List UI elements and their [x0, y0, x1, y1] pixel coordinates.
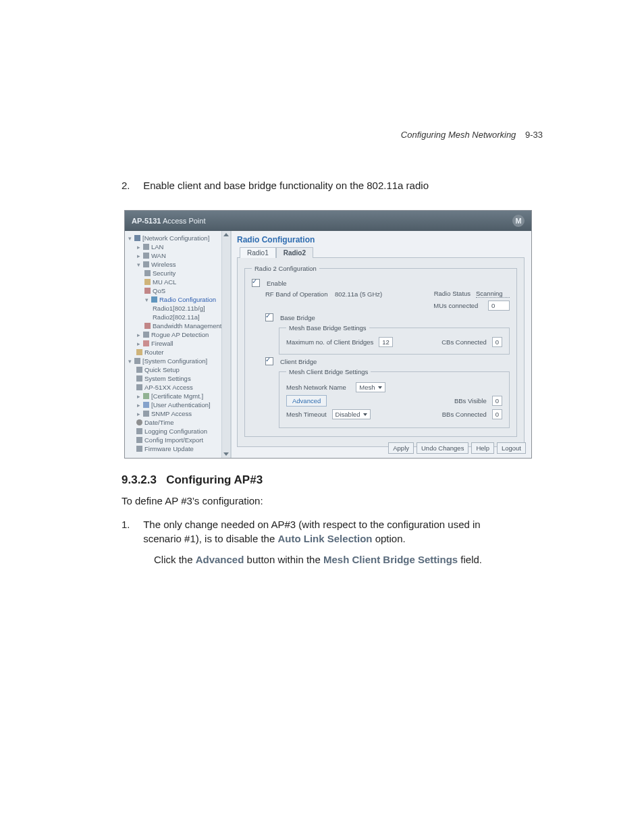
snmp-icon [143, 411, 149, 417]
main-panel-title: Radio Configuration [237, 235, 525, 244]
page-header: Configuring Mesh Networking 9-33 [401, 130, 543, 140]
tab-radio2[interactable]: Radio2 [276, 247, 313, 258]
mesh-timeout-dropdown[interactable]: Disabled [332, 409, 371, 419]
fwup-icon [136, 446, 142, 452]
step-2-number: 2. [122, 178, 140, 192]
tree-firewall[interactable]: ▸Firewall [128, 339, 230, 348]
ap-product-name: AP-5131 Access Point [132, 217, 205, 225]
sysset-icon [136, 375, 142, 382]
ap51xx-icon [136, 384, 142, 390]
tree-logging-configuration[interactable]: Logging Configuration [128, 427, 230, 436]
mesh-network-name-value: Mesh [359, 384, 375, 391]
tree-snmp-access[interactable]: ▸SNMP Access [128, 409, 230, 418]
tree-network-configuration[interactable]: ▾[Network Configuration] [128, 234, 230, 242]
section-step-1-number: 1. [122, 517, 140, 531]
radio-icon [151, 296, 157, 303]
base-bridge-checkbox[interactable] [265, 313, 273, 321]
max-client-bridges-label: Maximum no. of Client Bridges [286, 338, 373, 346]
tree-user-authentication[interactable]: ▸[User Authentication] [128, 400, 230, 409]
tree-firmware-update[interactable]: Firmware Update [128, 444, 230, 453]
tree-mu-acl[interactable]: MU ACL [128, 278, 230, 286]
advanced-button[interactable]: Advanced [286, 395, 327, 407]
step-2-text: Enable client and base bridge functional… [143, 178, 521, 192]
header-page-number: 9-33 [525, 130, 543, 140]
mesh-timeout-value: Disabled [336, 411, 360, 418]
muacl-icon [144, 279, 151, 285]
enable-checkbox[interactable] [252, 279, 260, 287]
undo-changes-button[interactable]: Undo Changes [417, 442, 468, 454]
tree-quick-setup[interactable]: Quick Setup [128, 365, 230, 374]
ap-product-suffix: Access Point [163, 217, 206, 225]
rf-band-label: RF Band of Operation [265, 290, 327, 298]
section-title: Configuring AP#3 [166, 473, 263, 486]
base-bridge-label: Base Bridge [280, 314, 315, 321]
clock-icon [136, 419, 142, 425]
tree-system-settings[interactable]: System Settings [128, 374, 230, 383]
cbs-connected-label: CBs Connected [441, 338, 487, 346]
firewall-icon [143, 340, 149, 346]
chevron-down-icon [378, 386, 382, 389]
log-icon [136, 428, 142, 434]
tree-scrollbar[interactable] [221, 231, 230, 458]
tree-radio2[interactable]: Radio2[802.11a] [128, 313, 230, 321]
motorola-logo-icon: M [512, 215, 525, 227]
qos-icon [144, 288, 151, 294]
advanced-term: Advanced [196, 554, 244, 565]
mesh-network-name-dropdown[interactable]: Mesh [356, 382, 385, 392]
tree-system-configuration[interactable]: ▾[System Configuration] [128, 357, 230, 365]
step-2: 2. Enable client and base bridge functio… [122, 178, 543, 192]
tree-wireless[interactable]: ▾Wireless [128, 260, 230, 269]
bwm-icon [144, 323, 151, 329]
section-intro: To define AP #3’s configuration: [122, 494, 543, 508]
tree-radio1[interactable]: Radio1[802.11b/g] [128, 304, 230, 313]
cfgie-icon [136, 437, 142, 443]
client-bridge-checkbox[interactable] [265, 357, 273, 365]
bbs-connected-value: 0 [492, 409, 502, 419]
cbs-connected-value: 0 [492, 337, 502, 347]
wireless-icon [143, 261, 149, 267]
tree-lan[interactable]: ▸LAN [128, 242, 230, 251]
ap-titlebar: AP-5131 Access Point M [125, 211, 531, 231]
mcbs-legend: Mesh Client Bridge Settings [286, 368, 371, 375]
nav-tree: ▾[Network Configuration] ▸LAN ▸WAN ▾Wire… [125, 231, 232, 458]
help-button[interactable]: Help [471, 442, 494, 454]
bbs-connected-label: BBs Connected [442, 411, 487, 418]
tree-config-import-export[interactable]: Config Import/Export [128, 436, 230, 444]
network-icon [134, 235, 140, 241]
section-heading: 9.3.2.3 Configuring AP#3 [122, 473, 543, 487]
tree-rogue-ap[interactable]: ▸Rogue AP Detection [128, 330, 230, 339]
apply-button[interactable]: Apply [388, 442, 414, 454]
tree-certificate-mgmt[interactable]: ▸[Certificate Mgmt.] [128, 392, 230, 400]
chevron-down-icon [363, 413, 367, 416]
rogue-icon [143, 332, 149, 338]
tree-ap51xx-access[interactable]: AP-51XX Access [128, 383, 230, 392]
tree-radio-configuration[interactable]: ▾Radio Configuration [128, 295, 230, 304]
radio-status-value: Scanning [476, 290, 510, 298]
mesh-client-bridge-fieldset: Mesh Client Bridge Settings Mesh Network… [279, 368, 510, 428]
mesh-client-bridge-settings-term: Mesh Client Bridge Settings [323, 554, 458, 565]
cert-icon [143, 393, 149, 399]
logout-button[interactable]: Logout [497, 442, 526, 454]
router-icon [136, 349, 142, 355]
tree-bandwidth-management[interactable]: Bandwidth Management [128, 321, 230, 330]
radio2-config-legend: Radio 2 Configuration [252, 265, 319, 272]
radio-tabs: Radio1 Radio2 [240, 247, 525, 258]
mesh-timeout-label: Mesh Timeout [286, 411, 327, 418]
syscfg-icon [134, 358, 140, 364]
main-panel: Radio Configuration Radio1 Radio2 Radio … [232, 231, 531, 458]
bbs-visible-label: BBs Visible [454, 397, 487, 405]
tree-security[interactable]: Security [128, 269, 230, 278]
mesh-network-name-label: Mesh Network Name [286, 384, 346, 391]
header-title: Configuring Mesh Networking [401, 130, 516, 140]
enable-label: Enable [267, 280, 287, 287]
tree-datetime[interactable]: Date/Time [128, 418, 230, 427]
section-step-1-para2: Click the Advanced button within the Mes… [154, 552, 543, 567]
tree-wan[interactable]: ▸WAN [128, 251, 230, 260]
tree-qos[interactable]: QoS [128, 286, 230, 295]
ap-ui-screenshot: AP-5131 Access Point M ▾[Network Configu… [124, 210, 532, 459]
mus-connected-label: MUs connected [433, 302, 478, 309]
max-client-bridges-input[interactable]: 12 [379, 337, 393, 347]
tree-router[interactable]: Router [128, 348, 230, 357]
radio2-config-fieldset: Radio 2 Configuration Enable RF Band of … [244, 265, 517, 437]
tab-radio1[interactable]: Radio1 [240, 247, 276, 258]
